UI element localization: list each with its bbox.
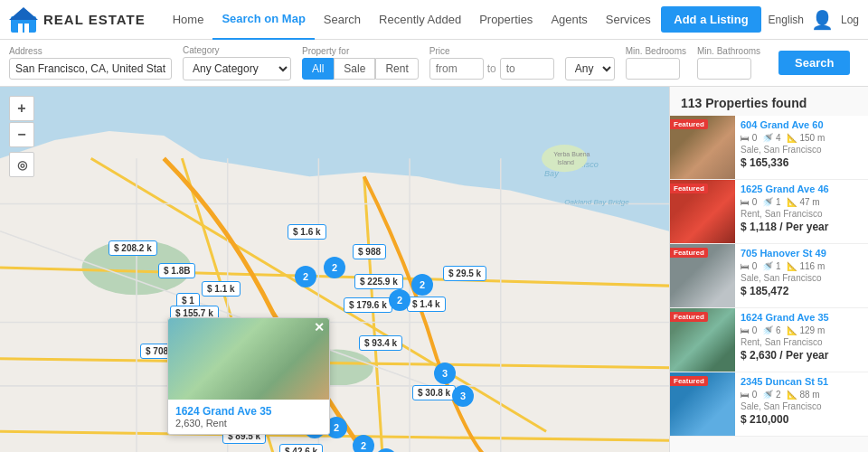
- card-info-1: 604 Grand Ave 60 🛏 0 🚿 4 📐 150 m Sale, S…: [735, 116, 868, 179]
- price-pin-p7[interactable]: $ 988: [353, 244, 386, 259]
- prop-all-button[interactable]: All: [302, 58, 334, 80]
- main-nav: Home Search on Map Search Recently Added…: [164, 0, 662, 40]
- filter-bar: Address Category Any Category Property f…: [0, 40, 868, 87]
- size-icon-4: 📐 129 m: [787, 325, 826, 335]
- num-pin-n3[interactable]: 2: [411, 274, 433, 296]
- locate-button[interactable]: ◎: [9, 152, 34, 177]
- bed-icon-1: 🛏 0: [741, 133, 757, 143]
- bedrooms-input[interactable]: [626, 58, 680, 80]
- add-listing-button[interactable]: Add a Listing: [661, 6, 760, 33]
- card-info-5: 2345 Duncan St 51 🛏 0 🚿 2 📐 88 m Sale, S…: [735, 372, 868, 436]
- price-separator: to: [487, 62, 496, 75]
- bathrooms-input[interactable]: [697, 58, 751, 80]
- search-button[interactable]: Search: [778, 51, 850, 75]
- nav-agents[interactable]: Agents: [542, 0, 596, 40]
- nav-recently-added[interactable]: Recently Added: [370, 0, 470, 40]
- bed-icon-2: 🛏 0: [741, 197, 757, 207]
- language-selector[interactable]: English: [769, 14, 804, 26]
- card-price-2: $ 1,118 / Per year: [741, 221, 863, 233]
- card-image-2: Featured: [670, 180, 735, 243]
- log-label[interactable]: Log: [841, 14, 859, 26]
- price-pin-p2[interactable]: $ 1.8B: [158, 263, 195, 278]
- num-pin-n9[interactable]: 3: [434, 363, 456, 384]
- num-pin-n4[interactable]: 2: [389, 289, 410, 311]
- card-price-1: $ 165,336: [741, 156, 863, 169]
- card-title-5: 2345 Duncan St 51: [741, 376, 863, 387]
- price-pin-p1[interactable]: $ 208.2 k: [108, 240, 157, 256]
- address-filter-group: Address: [9, 46, 172, 80]
- nav-home[interactable]: Home: [164, 0, 213, 40]
- min-bedrooms-label: Min. Bedrooms: [626, 46, 686, 56]
- size-icon-5: 📐 88 m: [787, 390, 820, 400]
- nav-services[interactable]: Services: [597, 0, 660, 40]
- price-pin-p3[interactable]: $ 1.1 k: [202, 281, 241, 297]
- size-icon-2: 📐 47 m: [787, 197, 820, 207]
- main-layout: San Francisco Bay Oakland Bay Bridge Yer…: [0, 87, 868, 452]
- svg-text:Oakland Bay Bridge: Oakland Bay Bridge: [564, 198, 629, 206]
- right-panel: 113 Properties found Featured 604 Grand …: [669, 87, 868, 452]
- bath-icon-1: 🚿 4: [762, 133, 780, 143]
- card-meta-3: 🛏 0 🚿 1 📐 116 m: [741, 261, 863, 271]
- address-input[interactable]: [9, 58, 172, 80]
- num-pin-n7[interactable]: 2: [353, 435, 374, 452]
- svg-text:Island: Island: [557, 159, 574, 165]
- property-card-1[interactable]: Featured 604 Grand Ave 60 🛏 0 🚿 4 📐 150 …: [670, 116, 868, 180]
- popup-close-button[interactable]: ✕: [314, 320, 325, 334]
- num-pin-n1[interactable]: 2: [295, 266, 316, 287]
- popup-image: [168, 318, 329, 400]
- popup-title: 1624 Grand Ave 35: [175, 405, 322, 418]
- category-label: Category: [183, 45, 291, 55]
- popup-info: 1624 Grand Ave 35 2,630, Rent: [168, 400, 329, 434]
- nav-properties[interactable]: Properties: [470, 0, 542, 40]
- card-title-4: 1624 Grand Ave 35: [741, 312, 863, 323]
- size-icon-3: 📐 116 m: [787, 261, 826, 271]
- num-pin-n2[interactable]: 2: [324, 257, 345, 278]
- card-title-2: 1625 Grand Ave 46: [741, 184, 863, 194]
- card-price-5: $ 210,000: [741, 413, 863, 426]
- logo-text: REAL ESTATE: [43, 12, 146, 27]
- user-icon[interactable]: 👤: [811, 9, 834, 31]
- nav-search[interactable]: Search: [315, 0, 370, 40]
- bath-icon-4: 🚿 6: [762, 325, 780, 335]
- nav-search-on-map[interactable]: Search on Map: [212, 0, 314, 40]
- card-location-5: Sale, San Francisco: [741, 401, 863, 411]
- bathrooms-filter-group: Min. Bathrooms: [697, 46, 760, 80]
- price-pin-p6[interactable]: $ 1.6 k: [288, 224, 326, 240]
- header: REAL ESTATE Home Search on Map Search Re…: [0, 0, 868, 40]
- card-meta-2: 🛏 0 🚿 1 📐 47 m: [741, 197, 863, 207]
- price-pin-p10[interactable]: $ 179.6 k: [344, 297, 392, 313]
- card-image-5: Featured: [670, 372, 735, 436]
- price-pin-p8[interactable]: $ 225.9 k: [354, 274, 403, 289]
- zoom-in-button[interactable]: +: [9, 96, 34, 121]
- property-card-5[interactable]: Featured 2345 Duncan St 51 🛏 0 🚿 2 📐 88 …: [670, 372, 868, 437]
- logo: REAL ESTATE: [9, 5, 146, 34]
- prop-sale-button[interactable]: Sale: [334, 58, 375, 80]
- price-pin-p12[interactable]: $ 93.4 k: [359, 335, 402, 351]
- price-from-input[interactable]: [429, 58, 484, 80]
- property-card-2[interactable]: Featured 1625 Grand Ave 46 🛏 0 🚿 1 📐 47 …: [670, 180, 868, 244]
- price-pin-p21[interactable]: $ 30.8 k: [412, 385, 456, 400]
- property-card-4[interactable]: Featured 1624 Grand Ave 35 🛏 0 🚿 6 📐 129…: [670, 308, 868, 372]
- map-area[interactable]: San Francisco Bay Oakland Bay Bridge Yer…: [0, 87, 669, 452]
- price-pin-p17[interactable]: $ 42.6 k: [279, 444, 323, 452]
- card-meta-4: 🛏 0 🚿 6 📐 129 m: [741, 325, 863, 335]
- svg-rect-3: [24, 24, 29, 33]
- card-location-3: Sale, San Francisco: [741, 273, 863, 283]
- card-info-3: 705 Hanover St 49 🛏 0 🚿 1 📐 116 m Sale, …: [735, 244, 868, 307]
- map-controls: + − ◎: [9, 96, 34, 177]
- card-meta-1: 🛏 0 🚿 4 📐 150 m: [741, 133, 863, 143]
- price-pin-p9[interactable]: $ 29.5 k: [443, 266, 486, 281]
- property-card-3[interactable]: Featured 705 Hanover St 49 🛏 0 🚿 1 📐 116…: [670, 244, 868, 308]
- card-price-3: $ 185,472: [741, 285, 863, 297]
- zoom-out-button[interactable]: −: [9, 122, 34, 147]
- category-select[interactable]: Any Category: [183, 57, 291, 80]
- price-to-input[interactable]: [500, 58, 554, 80]
- num-pin-n10[interactable]: 3: [452, 385, 474, 407]
- price-pin-p11[interactable]: $ 1.4 k: [407, 297, 446, 312]
- map-popup: ✕ 1624 Grand Ave 35 2,630, Rent: [167, 317, 330, 435]
- prop-rent-button[interactable]: Rent: [375, 58, 418, 80]
- price-any-select[interactable]: Any: [565, 57, 615, 80]
- property-for-label: Property for: [302, 46, 419, 56]
- card-title-1: 604 Grand Ave 60: [741, 119, 863, 130]
- property-type-buttons: All Sale Rent: [302, 58, 419, 80]
